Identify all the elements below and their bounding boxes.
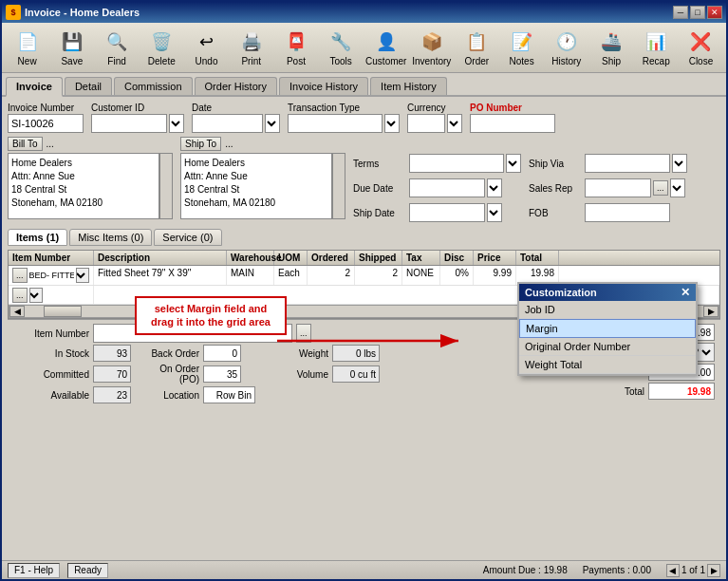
cell-warehouse[interactable]: MAIN [227,266,274,285]
cell-shipped[interactable]: 2 [355,266,402,285]
tab-items[interactable]: Items (1) [8,229,67,246]
date-select[interactable] [265,114,280,133]
currency-select[interactable] [447,114,462,133]
tab-detail[interactable]: Detail [65,77,112,95]
customer-id-select[interactable] [169,114,184,133]
toolbar-recap-button[interactable]: 📊Recap [635,26,678,69]
col-header-disc: Disc [440,251,474,265]
ship-date-select[interactable] [487,203,502,222]
terms-select[interactable] [506,154,521,173]
page-prev-btn[interactable]: ◀ [666,564,680,577]
print-icon: 🖨️ [238,28,265,55]
amount-due: Amount Due : 19.98 [483,565,568,575]
ship-to-button[interactable]: Ship To [180,137,221,151]
bill-to-address: Home Dealers Attn: Anne Sue 18 Central S… [8,153,159,219]
cell-uom[interactable]: Each [274,266,308,285]
window-title: Invoice - Home Dealers [25,7,140,18]
on-order-value[interactable] [203,365,241,383]
ship-icon: 🚢 [598,28,625,55]
notes-icon: 📝 [509,28,535,55]
toolbar-post-button[interactable]: 📮Post [274,26,317,69]
close-icon: ❌ [687,28,714,55]
maximize-button[interactable]: □ [690,6,705,19]
minimize-button[interactable]: ─ [673,6,688,19]
col-header-uom: UOM [274,251,308,265]
cell-ordered[interactable]: 2 [308,266,355,285]
due-date-select[interactable] [487,178,502,197]
transaction-type-input[interactable] [288,114,383,133]
tab-misc-items[interactable]: Misc Items (0) [69,229,152,246]
cell-item-number[interactable]: ... BED- FITTED SHEE [9,266,94,285]
cell-tax[interactable]: NONE [402,266,440,285]
toolbar-tools-button[interactable]: 🔧Tools [320,26,363,69]
customization-item-margin[interactable]: Margin [519,319,696,338]
ship-to-address: Home Dealers Attn: Anne Sue 18 Central S… [180,153,332,219]
app-icon: $ [6,5,21,20]
sales-rep-input[interactable] [585,178,651,197]
toolbar-notes-button[interactable]: 📝Notes [500,26,543,69]
toolbar-history-button[interactable]: 🕐History [545,26,588,69]
customer-id-input[interactable] [91,114,167,133]
toolbar-customer-button[interactable]: 👤Customer [364,26,408,69]
tab-invoice[interactable]: Invoice [6,77,63,97]
sales-rep-lookup-button[interactable]: ... [653,180,668,196]
cell-price[interactable]: 9.99 [474,266,516,285]
tab-commission[interactable]: Commission [114,77,193,95]
toolbar-delete-button[interactable]: 🗑️Delete [140,26,183,69]
sales-rep-select[interactable] [670,178,685,197]
toolbar-new-button[interactable]: 📄New [6,26,48,69]
po-number-label: PO Number [470,103,555,113]
terms-input[interactable] [409,154,504,173]
bill-to-scrollbar[interactable] [159,153,173,219]
toolbar-order-button[interactable]: 📋Order [456,26,498,69]
page-next-btn[interactable]: ▶ [707,564,720,577]
customization-close-button[interactable]: ✕ [681,286,690,299]
tab-order-history[interactable]: Order History [195,77,277,95]
ship-date-input[interactable] [409,203,485,222]
col-header-desc: Description [94,251,227,265]
fob-input[interactable] [585,203,670,222]
po-number-input[interactable] [470,114,555,133]
scroll-thumb[interactable] [44,306,82,317]
item-number-detail-label: Item Number [13,328,89,339]
toolbar-print-button[interactable]: 🖨️Print [230,26,272,69]
toolbar-inventory-button[interactable]: 📦Inventory [410,26,454,69]
ship-via-input[interactable] [585,154,670,173]
invoice-number-label: Invoice Number [8,103,84,113]
tab-item-history[interactable]: Item History [370,77,447,95]
item-lookup-btn[interactable]: ... [12,268,28,283]
toolbar-undo-button[interactable]: ↩Undo [185,26,228,69]
new-item-dropdown[interactable] [29,288,43,303]
scroll-left-btn[interactable]: ◀ [9,306,25,317]
cell-disc[interactable]: 0% [440,266,474,285]
cell-description[interactable]: Fitted Sheet 79" X 39" [94,266,227,285]
scroll-right-btn[interactable]: ▶ [703,306,719,317]
ship-via-select[interactable] [672,154,687,173]
item-dropdown[interactable] [76,268,89,283]
annotation: select Margin field and drag it into the… [135,296,287,335]
customization-item-original-order[interactable]: Original Order Number [519,338,696,356]
payments: Payments : 0.00 [583,565,651,575]
new-item-btn[interactable]: ... [12,288,28,303]
close-window-button[interactable]: ✕ [707,6,722,19]
transaction-type-select[interactable] [384,114,400,133]
volume-label: Volume [252,369,328,380]
toolbar-close-button[interactable]: ❌Close [680,26,722,69]
invoice-number-input[interactable] [8,114,84,133]
location-value[interactable] [203,386,255,403]
toolbar-ship-button[interactable]: 🚢Ship [589,26,632,69]
back-order-value[interactable] [203,345,241,362]
currency-input[interactable] [407,114,445,133]
toolbar-find-button[interactable]: 🔍Find [95,26,138,69]
tab-invoice-history[interactable]: Invoice History [279,77,368,95]
due-date-input[interactable] [409,178,485,197]
tab-service[interactable]: Service (0) [154,229,221,246]
ship-to-scrollbar[interactable] [332,153,345,219]
on-order-label: On Order (PO) [142,364,199,384]
bill-to-button[interactable]: Bill To [8,137,43,151]
customization-item-weight-total[interactable]: Weight Total [519,356,696,374]
date-input[interactable] [192,114,263,133]
customization-item-job-id[interactable]: Job ID [519,301,696,319]
total-value[interactable] [648,383,715,400]
toolbar-save-button[interactable]: 💾Save [50,26,93,69]
